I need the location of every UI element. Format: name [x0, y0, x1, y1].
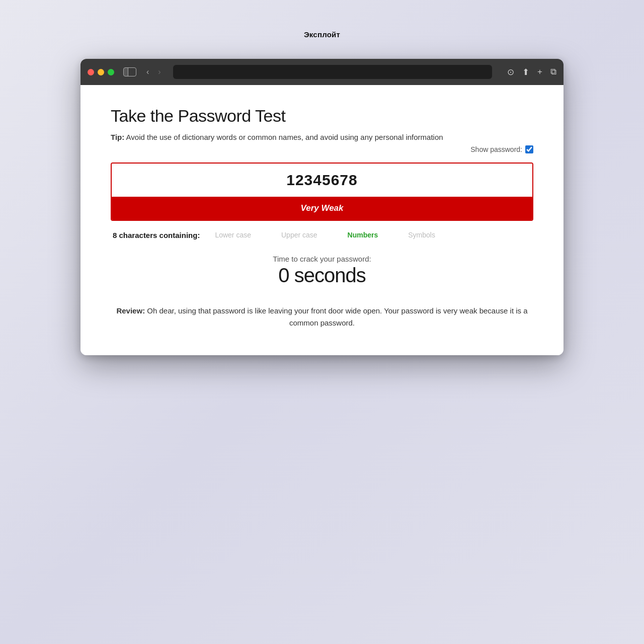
password-value: 12345678 — [286, 172, 357, 188]
review-section: Review: Oh dear, using that password is … — [111, 305, 533, 329]
tip-text: Avoid the use of dictionary words or com… — [124, 133, 443, 141]
back-button[interactable]: ‹ — [144, 66, 151, 77]
crack-time-value: 0 seconds — [111, 264, 533, 287]
char-type-numbers: Numbers — [348, 231, 378, 239]
sidebar-toggle-icon[interactable] — [123, 67, 136, 76]
forward-button[interactable]: › — [156, 66, 163, 77]
password-container: 12345678 Very Weak — [111, 163, 533, 221]
char-type-items: Lower case Upper case Numbers Symbols — [215, 231, 531, 239]
traffic-light-yellow[interactable] — [98, 69, 104, 75]
crack-time-label: Time to crack your password: — [111, 255, 533, 263]
traffic-light-red[interactable] — [88, 69, 94, 75]
review-text: Oh dear, using that password is like lea… — [145, 306, 527, 327]
char-count-label: 8 characters containing: — [113, 231, 200, 239]
browser-toolbar: ‹ › ⊙ ⬆ + ⧉ — [80, 59, 564, 85]
browser-content: Take the Password Test Tip: Avoid the us… — [80, 85, 564, 355]
page-title: Эксплойт — [304, 30, 340, 39]
char-type-uppercase: Upper case — [281, 231, 317, 239]
address-bar[interactable] — [173, 65, 492, 79]
browser-window: ‹ › ⊙ ⬆ + ⧉ Take the Password Test Tip: … — [80, 59, 564, 355]
password-input-wrapper: 12345678 — [112, 164, 532, 197]
share-icon[interactable]: ⬆ — [522, 67, 529, 77]
tip-bold-label: Tip: — [111, 133, 124, 141]
char-types-row: 8 characters containing: Lower case Uppe… — [111, 231, 533, 239]
add-tab-icon[interactable]: + — [537, 67, 542, 77]
traffic-lights — [88, 69, 114, 75]
tip-line: Tip: Avoid the use of dictionary words o… — [111, 132, 533, 143]
tabs-icon[interactable]: ⧉ — [550, 67, 556, 77]
review-bold-label: Review: — [116, 306, 145, 315]
traffic-light-green[interactable] — [108, 69, 114, 75]
crack-time-section: Time to crack your password: 0 seconds — [111, 255, 533, 287]
strength-label: Very Weak — [300, 203, 343, 213]
content-heading: Take the Password Test — [111, 106, 533, 126]
show-password-label: Show password: — [470, 145, 522, 153]
show-password-checkbox[interactable] — [525, 145, 533, 153]
toolbar-actions: ⊙ ⬆ + ⧉ — [507, 67, 556, 77]
char-type-symbols: Symbols — [408, 231, 435, 239]
char-type-lowercase: Lower case — [215, 231, 251, 239]
show-password-row: Show password: — [111, 145, 533, 153]
strength-bar: Very Weak — [112, 197, 532, 220]
download-icon[interactable]: ⊙ — [507, 67, 514, 77]
